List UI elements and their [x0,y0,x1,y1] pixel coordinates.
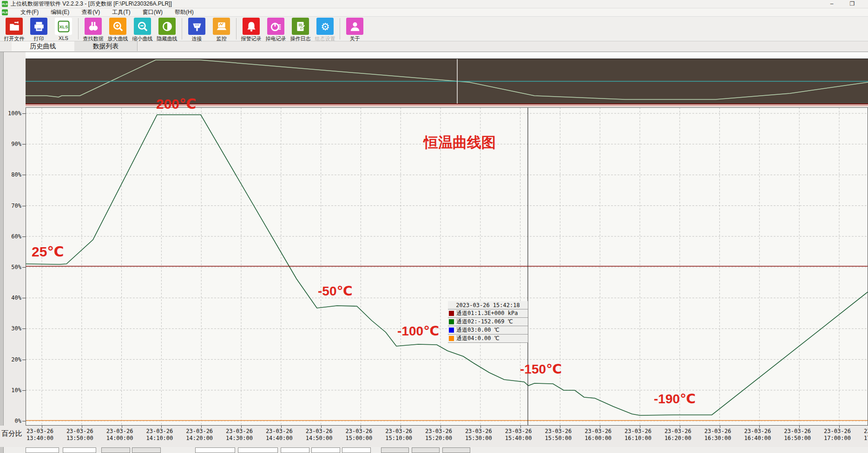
toolbar-button-操作日志[interactable]: 操作日志 [288,18,313,42]
y-tick-label: 20% [1,356,21,363]
y-tick-mark [22,328,26,329]
x-tick-label: 23-03-2616:50:00 [779,428,816,442]
bottom-control[interactable] [342,447,371,453]
app-window: PLR 上位机数据管理软件 V2.2.2.3 - [历史数据 [F:\PLR\2… [0,0,868,453]
toolbar-button-掉电记录[interactable]: 掉电记录 [263,18,288,42]
bottom-control[interactable] [26,447,59,453]
annotation--190℃: -190℃ [654,393,696,406]
bottom-control[interactable] [132,447,161,453]
x-tick-time: 14:50:00 [301,435,338,442]
toolbar-button-报警记录[interactable]: 报警记录 [239,18,263,42]
tooltip-channel-row: 通道04:0.00 ℃ [448,335,528,343]
x-tick-date: 23-03-26 [380,428,417,435]
print-icon [30,18,47,35]
x-tick-date: 23-03-26 [619,428,657,435]
zoom-in-icon [109,18,126,35]
restore-button[interactable]: ❐ [843,0,861,8]
x-tick-label: 23-03-2613:40:00 [21,428,59,442]
tab-历史曲线[interactable]: 历史曲线 [12,41,75,51]
toolbar-button-查找数据[interactable]: 查找数据 [81,18,105,42]
x-tick-label: 23-03-2615:20:00 [420,428,457,442]
connect-icon [188,18,205,35]
bottom-control[interactable] [238,447,278,453]
menu-item-3[interactable]: 工具(T) [106,8,136,16]
power-log-icon [267,18,284,35]
toolbar-button-label: XLS [59,35,68,41]
x-tick-mark [82,426,82,428]
x-tick-date: 23-03-26 [699,428,736,435]
toolbar-button-XLS[interactable]: XLSXLS [51,18,76,41]
toolbar-button-隐藏曲线[interactable]: 隐藏曲线 [155,18,179,42]
minimize-button[interactable]: – [822,0,841,8]
overview-minimap-chart[interactable] [26,59,868,104]
x-tick-mark [361,426,361,428]
menu-item-0[interactable]: 文件(F) [14,8,45,16]
x-tick-label: 23-03-2616:40:00 [739,428,776,442]
menu-item-2[interactable]: 查看(V) [75,8,106,16]
history-curve-plot[interactable] [26,107,868,426]
x-tick-mark [640,426,640,428]
x-tick-time: 15:10:00 [380,435,417,442]
x-tick-date: 23-03-26 [420,428,457,435]
overview-bottom-line-light [26,105,868,106]
toolbar-button-打开文件[interactable]: 打开文件 [2,18,26,42]
bottom-control[interactable] [281,447,309,453]
x-tick-date: 23-03-26 [579,428,617,435]
y-tick-label: 80% [1,171,21,178]
about-icon [346,18,363,35]
x-tick-time: 16:20:00 [659,435,697,442]
x-tick-date: 23-03-26 [101,428,138,435]
hide-curve-icon [158,18,176,35]
tab-数据列表[interactable]: 数据列表 [74,41,138,51]
toolbar-button-缩小曲线[interactable]: 缩小曲线 [130,18,155,42]
bottom-control[interactable] [101,447,130,453]
x-tick-time: 15:40:00 [500,435,537,442]
x-tick-mark [520,426,521,428]
config-icon: ⚙ [316,18,334,35]
toolbar-button-组态设置[interactable]: ⚙组态设置 [313,18,337,42]
y-tick-mark [22,113,26,114]
y-tick-label: 50% [1,264,21,270]
bottom-control[interactable] [381,447,409,453]
tooltip-channel-row: 通道03:0.00 ℃ [448,326,528,335]
toolbar-button-打印[interactable]: 打印 [26,18,51,42]
y-tick-label: 0% [1,418,21,424]
toolbar-button-监控[interactable]: 监控 [209,18,234,42]
y-tick-mark [22,175,26,175]
bottom-control[interactable] [412,447,440,453]
toolbar-button-放大曲线[interactable]: 放大曲线 [105,18,130,42]
menu-item-4[interactable]: 窗口(W) [137,8,169,16]
menu-item-1[interactable]: 编辑(E) [45,8,75,16]
x-tick-label: 23-03-2614:40:00 [261,428,298,442]
band-spacer [0,52,868,59]
menu-item-5[interactable]: 帮助(H) [169,8,200,16]
svg-text:XLS: XLS [59,24,68,29]
x-tick-label: 23-03-2616:00:00 [579,428,617,442]
bottom-control[interactable] [311,447,340,453]
bottom-control[interactable] [195,447,235,453]
document-icon: PLR [2,9,8,15]
bottom-control[interactable] [63,447,96,453]
x-tick-date: 23-03-26 [141,428,178,435]
cursor-tooltip: 2023-03-26 15:42:18 通道01:1.3E+000 kPa通道0… [448,301,528,343]
x-tick-label: 23-03-2615:50:00 [539,428,577,442]
x-tick-mark [480,426,481,428]
x-tick-time: 14:00:00 [101,435,138,442]
annotation-200℃: 200℃ [156,97,196,111]
channel-value-text: 通道03:0.00 ℃ [456,326,500,334]
x-tick-time: 16:50:00 [779,435,816,442]
x-tick-time: 16:30:00 [699,435,736,442]
x-tick-date: 23-03-26 [301,428,338,435]
x-tick-mark [161,426,162,428]
toolbar-button-关于[interactable]: 关于 [342,18,367,42]
x-tick-date: 23-03-26 [539,428,577,435]
x-tick-label: 23-03-2613:50:00 [61,428,99,442]
channel-value-text: 通道01:1.3E+000 kPa [456,309,518,317]
x-tick-mark [42,426,42,428]
bottom-control[interactable] [442,447,470,453]
x-tick-mark [839,426,840,428]
toolbar: 打开文件打印XLSXLS查找数据放大曲线缩小曲线隐藏曲线连接监控报警记录掉电记录… [0,17,868,41]
channel-value-text: 通道04:0.00 ℃ [456,335,500,342]
channel-color-swatch [449,328,454,333]
toolbar-button-连接[interactable]: 连接 [184,18,209,42]
